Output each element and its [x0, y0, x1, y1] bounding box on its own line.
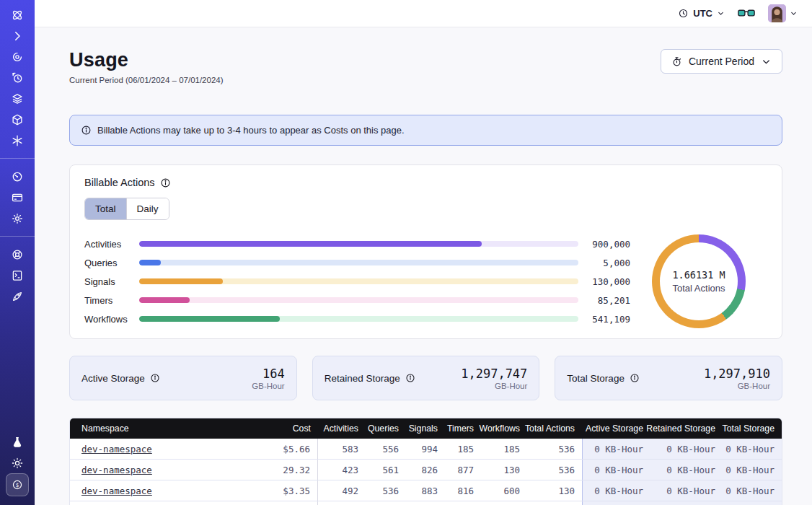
usage-bar-row: Workflows 541,109	[84, 309, 630, 328]
storage-card-label: Total Storage	[567, 373, 625, 384]
getting-started-icon[interactable]	[6, 286, 28, 307]
bar-track	[139, 260, 578, 265]
schedules-icon[interactable]	[6, 67, 28, 88]
total-actions-cell	[527, 501, 582, 505]
chevron-down-icon	[790, 9, 798, 17]
user-menu[interactable]	[768, 4, 798, 22]
bar-label: Signals	[84, 276, 139, 287]
retained-storage-cell: 0 KB-Hour	[650, 439, 723, 459]
settings-icon[interactable]	[6, 208, 28, 229]
page-title: Usage	[69, 49, 224, 71]
usage-bars: Activities 900,000 Queries 5,000 Signals…	[84, 234, 630, 328]
cost-cell: $5.66	[246, 439, 318, 459]
docs-icon[interactable]	[6, 265, 28, 286]
queries-cell: 561	[366, 460, 406, 480]
namespace-link[interactable]: dev-namespace	[81, 486, 152, 496]
billable-actions-title: Billable Actions	[84, 177, 155, 188]
table-row	[70, 501, 782, 505]
page-subtitle: Current Period (06/01/2024 – 07/01/2024)	[69, 76, 224, 84]
signals-cell	[406, 501, 445, 505]
column-header: Activities	[318, 418, 366, 439]
activities-cell: 583	[318, 439, 366, 459]
total-actions-cell: 536	[527, 439, 582, 459]
active-storage-cell: 0 KB-Hour	[582, 460, 650, 480]
timezone-selector[interactable]: UTC	[678, 8, 725, 19]
table-body: dev-namespace $5.66 583 556 994 185 185 …	[70, 439, 782, 505]
usage-icon[interactable]	[6, 166, 28, 187]
pricing-icon[interactable]: $	[6, 473, 29, 496]
clock-icon	[678, 8, 689, 19]
column-header: Signals	[406, 418, 445, 439]
usage-bar-row: Queries 5,000	[84, 253, 630, 272]
tab-total[interactable]: Total	[85, 198, 126, 219]
bar-fill	[139, 297, 190, 303]
bar-value: 130,000	[578, 276, 630, 287]
column-header: Active Storage	[582, 418, 650, 439]
bar-label: Workflows	[84, 314, 139, 325]
info-icon[interactable]	[630, 373, 640, 383]
bar-fill	[139, 278, 223, 284]
timers-cell: 816	[445, 480, 481, 501]
svg-text:$: $	[16, 482, 19, 488]
storage-card-value: 164	[252, 366, 284, 381]
usage-bar-row: Timers 85,201	[84, 291, 630, 309]
total-storage-cell: 0 KB-Hour	[723, 439, 782, 459]
tab-daily[interactable]: Daily	[126, 198, 169, 219]
retained-storage-cell: 0 KB-Hour	[650, 460, 723, 480]
info-icon[interactable]	[160, 177, 171, 188]
banner-text: Billable Actions may take up to 3-4 hour…	[97, 125, 405, 136]
table-row: dev-namespace $3.35 492 536 883 816 600 …	[70, 480, 782, 501]
sidebar: $	[0, 0, 35, 505]
info-icon[interactable]	[150, 373, 160, 383]
queries-cell: 556	[366, 439, 406, 459]
workflows-cell: 185	[481, 439, 527, 459]
timers-cell: 877	[445, 460, 481, 480]
period-selector-button[interactable]: Current Period	[661, 49, 782, 74]
theme-toggle-icon[interactable]	[6, 452, 28, 473]
activities-cell: 423	[318, 460, 366, 480]
expand-sidebar-icon[interactable]	[6, 25, 28, 46]
total-actions-cell: 536	[527, 460, 582, 480]
namespace-link[interactable]: dev-namespace	[81, 465, 152, 475]
support-icon[interactable]	[6, 244, 28, 265]
storage-card-unit: GB-Hour	[704, 382, 770, 390]
workflows-cell: 600	[481, 480, 527, 501]
temporal-logo-icon[interactable]	[6, 4, 28, 25]
column-header: Workflows	[481, 418, 527, 439]
deployments-icon[interactable]	[6, 88, 28, 109]
column-header: Timers	[445, 418, 481, 439]
billing-icon[interactable]	[6, 187, 28, 208]
info-icon[interactable]	[405, 373, 415, 383]
billable-actions-tabs: Total Daily	[84, 198, 169, 220]
bar-track	[139, 278, 578, 284]
signals-cell: 826	[406, 460, 445, 480]
activities-cell: 492	[318, 480, 366, 501]
workflows-cell: 130	[481, 460, 527, 480]
nexus-icon[interactable]	[6, 130, 28, 151]
signals-cell: 883	[406, 480, 445, 501]
cost-cell: 29.32	[246, 460, 318, 480]
column-header: Cost	[246, 418, 318, 439]
total-actions-donut: 1.66131 M Total Actions	[652, 234, 746, 328]
namespace-usage-table: Namespace Cost Activities Queries Signal…	[69, 418, 782, 505]
bar-fill	[139, 316, 280, 322]
bar-track	[139, 316, 578, 322]
retained-storage-card: Retained Storage 1,297,747 GB-Hour	[312, 356, 540, 400]
timers-cell	[445, 501, 481, 505]
storage-card-unit: GB-Hour	[252, 382, 284, 390]
storage-cards: Active Storage 164 GB-Hour Retained Stor…	[69, 356, 782, 400]
labs-icon[interactable]	[6, 431, 28, 452]
labs-glasses-icon[interactable]	[738, 8, 755, 19]
column-header: Namespace	[70, 418, 246, 439]
topbar: UTC	[35, 0, 812, 27]
namespaces-icon[interactable]	[6, 46, 28, 67]
bar-label: Queries	[84, 258, 139, 268]
sidebar-divider	[0, 158, 35, 159]
active-storage-cell	[582, 501, 650, 505]
main-content: Usage Current Period (06/01/2024 – 07/01…	[35, 27, 812, 505]
timezone-label: UTC	[693, 8, 712, 19]
retained-storage-cell: 0 KB-Hour	[650, 480, 723, 501]
namespace-link[interactable]: dev-namespace	[81, 444, 152, 454]
batch-operations-icon[interactable]	[6, 109, 28, 130]
storage-card-value: 1,297,910	[704, 366, 770, 381]
